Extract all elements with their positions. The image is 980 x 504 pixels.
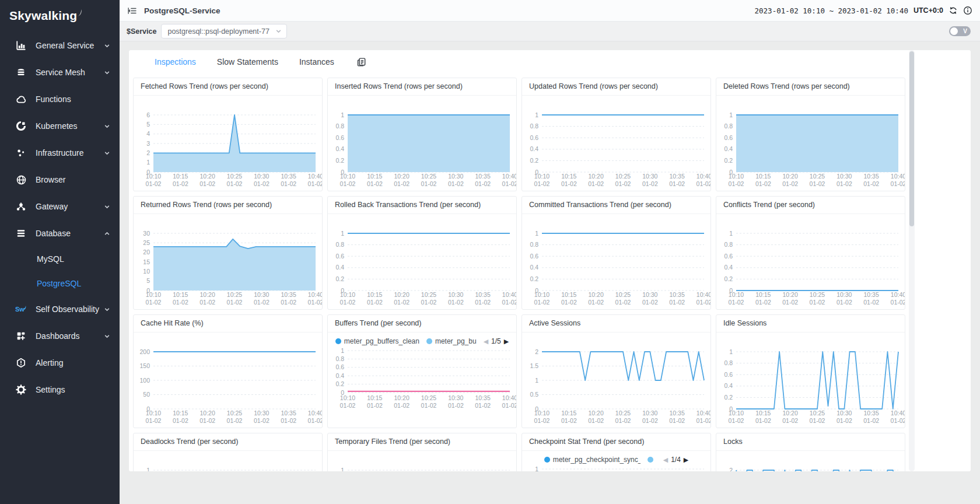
sidebar-item-general-service[interactable]: General Service <box>0 32 120 59</box>
sidebar-item-infrastructure[interactable]: Infrastructure <box>0 139 120 166</box>
svg-text:Sw: Sw <box>15 306 24 313</box>
chart-card-fetched-rows-trend-rows-per-second: Fetched Rows Trend (rows per second) 654… <box>133 78 323 191</box>
chevron-down-icon <box>104 123 110 130</box>
chart-card-active-sessions: Active Sessions 21.510.5010:1001-0210:15… <box>522 314 711 428</box>
chart-plot: 30252015105010:1001-0210:1501-0210:2001-… <box>134 229 322 310</box>
svg-text:10:20: 10:20 <box>200 173 215 180</box>
legend-next-icon[interactable]: ▶ <box>684 457 688 463</box>
sidebar-item-gateway[interactable]: Gateway <box>0 193 120 220</box>
chart-legend <box>716 332 905 348</box>
sidebar-item-kubernetes[interactable]: Kubernetes <box>0 113 120 139</box>
svg-text:1: 1 <box>729 111 733 118</box>
globe-icon <box>15 174 27 185</box>
svg-text:01-02: 01-02 <box>173 417 188 424</box>
svg-text:10:40: 10:40 <box>502 173 516 180</box>
cloud-icon <box>15 94 27 104</box>
sidebar-item-service-mesh[interactable]: Service Mesh <box>0 59 120 86</box>
svg-text:01-02: 01-02 <box>254 417 270 424</box>
svg-text:10:10: 10:10 <box>146 291 161 298</box>
svg-text:01-02: 01-02 <box>729 299 744 306</box>
auto-refresh-toggle[interactable]: V <box>949 26 971 36</box>
sidebar-item-alerting[interactable]: Alerting <box>0 349 120 376</box>
legend-prev-icon[interactable]: ◀ <box>663 457 668 463</box>
sidebar-item-database[interactable]: Database <box>0 220 120 247</box>
svg-text:10:20: 10:20 <box>200 410 215 416</box>
vertical-scrollbar[interactable] <box>909 50 915 471</box>
legend-next-icon[interactable]: ▶ <box>504 338 509 345</box>
svg-text:01-02: 01-02 <box>308 299 322 306</box>
sidebar-item-self-observability[interactable]: Sw Self Observability <box>0 296 120 323</box>
app-root: Skywalking General Service Service Mesh … <box>0 0 980 504</box>
svg-text:0.6: 0.6 <box>530 253 538 260</box>
svg-text:10:30: 10:30 <box>836 410 852 416</box>
scrollbar-thumb[interactable] <box>909 51 914 226</box>
svg-text:0.2: 0.2 <box>335 157 344 164</box>
svg-text:01-02: 01-02 <box>421 299 437 306</box>
svg-text:10:15: 10:15 <box>367 394 382 401</box>
svg-text:0.8: 0.8 <box>335 241 344 248</box>
svg-text:01-02: 01-02 <box>863 299 879 306</box>
svg-text:1.5: 1.5 <box>530 362 538 369</box>
legend-page-indicator: 1/4 <box>671 456 681 464</box>
info-icon[interactable] <box>963 6 972 15</box>
svg-text:01-02: 01-02 <box>173 299 188 306</box>
svg-text:15: 15 <box>143 258 150 265</box>
chart-card-buffers-trend-per-second: Buffers Trend (per second) meter_pg_buff… <box>327 314 517 428</box>
sidebar-item-mysql[interactable]: MySQL <box>0 247 120 271</box>
refresh-icon[interactable] <box>949 6 958 15</box>
svg-text:10:25: 10:25 <box>227 410 242 416</box>
tab-inspections[interactable]: Inspections <box>155 57 196 66</box>
legend-item-meter-pg-buffers-clean[interactable]: meter_pg_buffers_clean <box>335 337 419 345</box>
svg-text:01-02: 01-02 <box>146 299 162 306</box>
legend-prev-icon[interactable]: ◀ <box>484 338 488 345</box>
svg-text:01-02: 01-02 <box>729 180 744 187</box>
legend-item-series[interactable] <box>648 457 656 463</box>
svg-text:10:30: 10:30 <box>254 291 269 298</box>
chart-title: Inserted Rows Trend (rows per second) <box>328 78 516 96</box>
svg-text:10:40: 10:40 <box>308 291 322 298</box>
svg-text:01-02: 01-02 <box>755 180 771 187</box>
svg-text:01-02: 01-02 <box>615 299 631 306</box>
svg-text:0.8: 0.8 <box>724 241 733 248</box>
sidebar-fold-icon[interactable] <box>127 6 137 16</box>
chart-card-inserted-rows-trend-rows-per-second: Inserted Rows Trend (rows per second) 10… <box>327 78 517 191</box>
svg-text:01-02: 01-02 <box>475 299 491 306</box>
svg-text:01-02: 01-02 <box>669 299 685 306</box>
time-range[interactable]: 2023-01-02 10:10 ~ 2023-01-02 10:40 <box>755 6 908 15</box>
svg-text:10:10: 10:10 <box>729 410 744 416</box>
chart-legend <box>522 96 710 111</box>
svg-text:10:35: 10:35 <box>864 291 879 298</box>
legend-item-meter-pg-bu[interactable]: meter_pg_bu <box>426 337 477 345</box>
svg-text:01-02: 01-02 <box>836 417 852 424</box>
chart-legend <box>716 451 905 466</box>
mesh-icon <box>15 67 27 78</box>
svg-text:10:35: 10:35 <box>670 291 685 298</box>
svg-text:10:15: 10:15 <box>755 410 771 416</box>
sidebar-item-postgresql[interactable]: PostgreSQL <box>0 271 120 296</box>
skywalking-logo[interactable]: Skywalking <box>0 0 120 27</box>
sidebar-item-dashboards[interactable]: Dashboards <box>0 323 120 349</box>
sidebar-item-functions[interactable]: Functions <box>0 86 120 113</box>
svg-text:1: 1 <box>535 377 538 384</box>
svg-text:01-02: 01-02 <box>534 299 550 306</box>
chart-legend <box>134 332 322 348</box>
sidebar-item-browser[interactable]: Browser <box>0 166 120 193</box>
svg-text:0.6: 0.6 <box>530 134 538 141</box>
svg-text:01-02: 01-02 <box>729 417 744 424</box>
tab-instances[interactable]: Instances <box>299 57 334 66</box>
svg-text:0.2: 0.2 <box>335 380 344 387</box>
svg-text:10:25: 10:25 <box>227 291 242 298</box>
copy-icon[interactable] <box>356 57 366 67</box>
sidebar-item-settings[interactable]: Settings <box>0 376 120 403</box>
svg-text:10:35: 10:35 <box>864 410 879 416</box>
chart-card-deleted-rows-trend-rows-per-second: Deleted Rows Trend (rows per second) 10.… <box>716 78 905 191</box>
svg-text:01-02: 01-02 <box>281 299 296 306</box>
svg-text:1: 1 <box>341 230 344 237</box>
legend-item-meter-pg-checkpoint-sync-time-rate[interactable]: meter_pg_checkpoint_sync_time_rate <box>544 456 640 464</box>
svg-text:10:30: 10:30 <box>448 291 463 298</box>
svg-text:01-02: 01-02 <box>534 417 550 424</box>
service-select[interactable]: postgresql::psql-deployment-77 <box>161 24 286 38</box>
svg-text:10:10: 10:10 <box>729 291 744 298</box>
tab-slow-statements[interactable]: Slow Statements <box>217 57 278 66</box>
gateway-icon <box>15 201 27 212</box>
